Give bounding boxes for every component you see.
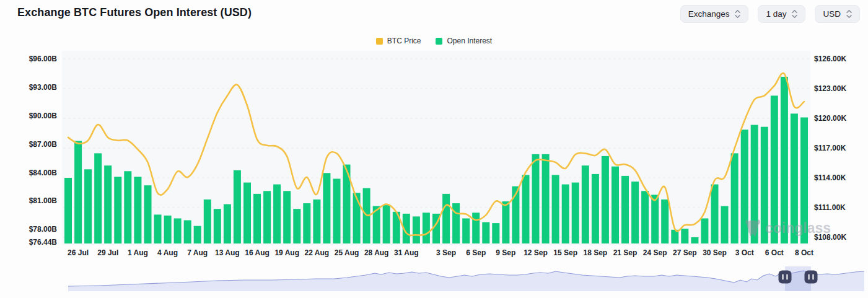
oi-bar[interactable] (572, 183, 579, 243)
oi-bar[interactable] (492, 223, 499, 243)
oi-bar[interactable] (84, 169, 92, 243)
oi-bar[interactable] (64, 178, 72, 243)
x-axis-label: 3 Oct (735, 248, 754, 257)
oi-bar[interactable] (124, 171, 131, 243)
oi-bar[interactable] (462, 219, 470, 244)
oi-bar[interactable] (681, 229, 688, 243)
x-axis-label: 8 Oct (795, 248, 813, 257)
oi-bar[interactable] (263, 191, 271, 243)
x-axis-label: 30 Sep (703, 248, 727, 257)
oi-bar[interactable] (423, 213, 430, 243)
x-axis-label: 19 Aug (274, 248, 299, 257)
oi-bar[interactable] (691, 237, 698, 243)
oi-bar[interactable] (661, 199, 669, 243)
oi-bar[interactable] (104, 165, 112, 243)
btc-price-swatch-icon (376, 38, 383, 45)
oi-bar[interactable] (174, 219, 182, 244)
x-axis-label: 16 Aug (245, 248, 270, 257)
oi-bar[interactable] (482, 222, 489, 243)
y-axis-label-left: $78.00B (29, 225, 58, 234)
oi-bar[interactable] (582, 165, 589, 243)
updown-chevron-icon (792, 9, 797, 19)
oi-bar[interactable] (552, 175, 559, 243)
currency-dropdown[interactable]: USD (815, 5, 860, 23)
navigator-left-handle[interactable] (779, 271, 792, 284)
exchanges-dropdown[interactable]: Exchanges (680, 5, 749, 23)
y-axis-label-left: $81.00B (29, 196, 58, 205)
oi-bar[interactable] (641, 191, 649, 243)
y-axis-label-left: $87.00B (29, 140, 58, 149)
oi-bar[interactable] (234, 170, 241, 243)
oi-bar[interactable] (94, 153, 102, 243)
x-axis-label: 31 Aug (394, 248, 419, 257)
oi-bar[interactable] (592, 174, 599, 243)
oi-bar[interactable] (413, 216, 420, 243)
oi-bar[interactable] (711, 185, 719, 243)
oi-bar[interactable] (283, 191, 291, 243)
oi-bar[interactable] (243, 183, 251, 243)
legend-item-open-interest[interactable]: Open Interest (436, 37, 492, 45)
x-axis-label: 9 Sep (496, 248, 515, 257)
oi-bar[interactable] (323, 173, 330, 243)
oi-bar[interactable] (383, 205, 390, 243)
x-axis-label: 22 Aug (305, 248, 330, 257)
oi-bar[interactable] (562, 185, 569, 243)
navigator-right-handle[interactable] (805, 271, 818, 284)
oi-bar[interactable] (651, 195, 659, 243)
oi-bar[interactable] (631, 182, 639, 243)
oi-bar[interactable] (253, 194, 261, 243)
y-axis-label-left: $84.00B (29, 169, 58, 177)
oi-bar[interactable] (184, 221, 191, 244)
legend-label-open-interest: Open Interest (447, 37, 492, 45)
oi-bar[interactable] (532, 154, 540, 243)
x-axis-label: 25 Aug (335, 248, 359, 257)
oi-bar[interactable] (273, 185, 281, 243)
interval-dropdown[interactable]: 1 day (758, 5, 805, 23)
oi-bar[interactable] (542, 154, 550, 243)
oi-bar[interactable] (701, 219, 708, 244)
open-interest-swatch-icon (436, 38, 442, 45)
oi-bar[interactable] (303, 203, 310, 243)
oi-bar[interactable] (313, 199, 320, 243)
x-axis-label: 13 Aug (215, 248, 240, 257)
oi-bar[interactable] (731, 153, 739, 243)
oi-bar[interactable] (602, 156, 609, 243)
x-axis-label: 28 Aug (364, 248, 389, 257)
navigator-area[interactable] (68, 271, 864, 291)
y-axis-label-right: $117.00K (814, 144, 846, 152)
oi-bar[interactable] (134, 177, 141, 243)
oi-bar[interactable] (224, 204, 231, 243)
oi-bar[interactable] (741, 129, 748, 243)
pause-bars-icon (786, 274, 787, 280)
y-axis-label-left: $96.00B (29, 55, 58, 63)
oi-bar[interactable] (452, 203, 460, 243)
legend-item-btc-price[interactable]: BTC Price (376, 37, 421, 45)
oi-bar[interactable] (502, 201, 509, 243)
x-axis-label: 15 Sep (553, 248, 577, 257)
oi-bar[interactable] (204, 199, 211, 243)
y-axis-label-right: $123.00K (814, 84, 846, 93)
pause-bars-icon (809, 274, 810, 280)
oi-bar[interactable] (114, 177, 121, 243)
oi-bar[interactable] (293, 209, 300, 243)
oi-bar[interactable] (721, 206, 729, 243)
oi-bar[interactable] (621, 176, 629, 243)
oi-bar[interactable] (612, 167, 619, 243)
legend-label-btc-price: BTC Price (387, 37, 421, 45)
x-axis-label: 6 Sep (466, 248, 486, 257)
y-axis-label-right: $114.00K (814, 173, 846, 182)
oi-bar[interactable] (194, 226, 201, 243)
oi-bar[interactable] (472, 213, 480, 243)
oi-bar[interactable] (781, 77, 788, 243)
oi-bar[interactable] (164, 216, 172, 243)
oi-bar[interactable] (154, 214, 162, 243)
oi-bar[interactable] (353, 193, 361, 243)
y-axis-label-left: $93.00B (29, 83, 58, 92)
oi-bar[interactable] (74, 141, 82, 244)
oi-bar[interactable] (144, 185, 152, 243)
oi-bar[interactable] (442, 194, 450, 243)
oi-bar[interactable] (333, 179, 341, 244)
oi-bar[interactable] (214, 209, 221, 243)
updown-chevron-icon (735, 9, 740, 19)
oi-bar[interactable] (522, 175, 530, 243)
